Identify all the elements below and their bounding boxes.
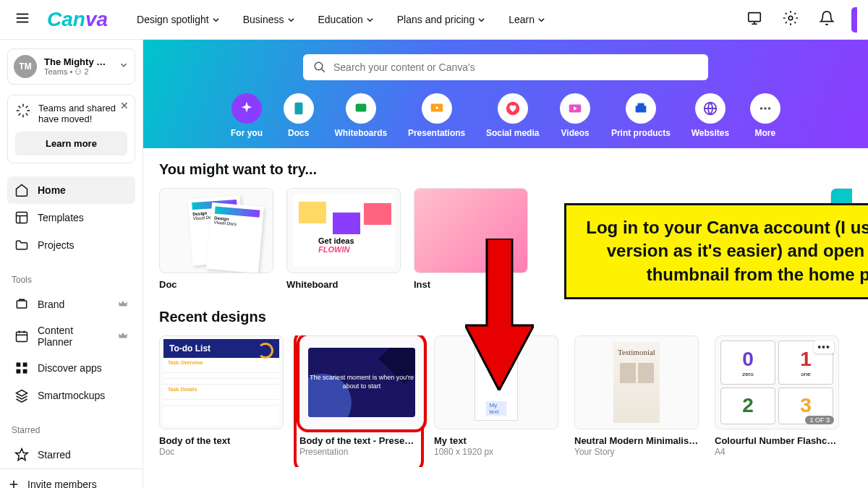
topbar-right	[743, 7, 857, 33]
cat-label: Whiteboards	[335, 128, 388, 138]
team-meta: Teams • ⚇ 2	[44, 67, 111, 77]
sidebar-item-templates[interactable]: Templates	[7, 204, 135, 231]
recent-card-presentation[interactable]: The scariest moment is when you're about…	[297, 335, 421, 467]
sidebar-section-starred: Starred	[12, 425, 131, 435]
sidebar-label: Smartmockups	[38, 390, 105, 401]
search-icon	[313, 61, 326, 74]
bell-icon[interactable]	[815, 7, 838, 33]
recent-card-todo[interactable]: To-do ListTask OverviewTask Details Body…	[159, 335, 284, 467]
search-input[interactable]	[303, 54, 708, 80]
calendar-icon	[14, 329, 29, 343]
settings-icon[interactable]	[779, 7, 802, 33]
learn-more-button[interactable]: Learn more	[15, 132, 127, 155]
plus-icon	[7, 478, 20, 488]
close-icon[interactable]: ✕	[120, 100, 129, 111]
print-icon	[626, 93, 656, 124]
nav-business[interactable]: Business	[243, 14, 295, 25]
try-card-whiteboard[interactable]: Get ideasFLOWIN Whiteboard	[286, 188, 401, 290]
try-card-doc[interactable]: DesignVisual Docs DesignVisual Docs Doc	[159, 188, 273, 290]
cat-label: Social media	[486, 128, 539, 138]
cat-label: For you	[231, 128, 263, 138]
sidebar-item-starred[interactable]: Starred	[7, 441, 135, 468]
layers-icon	[14, 388, 29, 403]
folder-icon	[14, 238, 29, 252]
sidebar-label: Content Planner	[38, 325, 109, 348]
svg-point-6	[788, 16, 793, 20]
cat-websites[interactable]: Websites	[692, 93, 729, 138]
sidebar-item-smartmockups[interactable]: Smartmockups	[7, 382, 135, 409]
whiteboard-thumb: Get ideasFLOWIN	[286, 188, 401, 273]
hero-banner: For you Docs Whiteboards Presentations S…	[143, 40, 868, 148]
invite-members-button[interactable]: Invite members	[0, 468, 142, 488]
cat-docs[interactable]: Docs	[284, 93, 314, 138]
recent-title: Body of the text - Presentation	[299, 435, 418, 446]
crown-icon	[118, 330, 128, 343]
svg-point-32	[760, 107, 763, 110]
recent-sub: Doc	[159, 447, 284, 457]
nav-label: Learn	[509, 14, 535, 25]
recent-card-story[interactable]: Testimonial Neutral Modern Minimalist Te…	[574, 335, 699, 467]
chevron-down-icon	[119, 60, 129, 73]
apps-icon	[14, 361, 29, 375]
invite-label: Invite members	[27, 479, 97, 488]
svg-point-21	[315, 62, 323, 70]
team-switcher[interactable]: TM The Mighty Word... Teams • ⚇ 2	[7, 48, 135, 85]
cat-label: Print products	[611, 128, 671, 138]
more-icon	[750, 93, 780, 124]
recent-card-flashcards[interactable]: ••• 0zero 1one 2 3 1 OF 3 Colourful Numb…	[715, 335, 839, 467]
sidebar-label: Templates	[38, 212, 84, 223]
svg-rect-16	[23, 363, 27, 367]
sidebar-item-content-planner[interactable]: Content Planner	[7, 318, 135, 354]
topbar: Canva Design spotlight Business Educatio…	[0, 0, 868, 40]
create-design-button[interactable]	[851, 7, 857, 33]
sidebar-label: Projects	[38, 239, 75, 251]
svg-rect-23	[294, 103, 302, 115]
sidebar: TM The Mighty Word... Teams • ⚇ 2 ✕ Team…	[0, 40, 143, 488]
hamburger-menu-icon[interactable]	[11, 7, 34, 33]
cat-for-you[interactable]: For you	[231, 93, 263, 138]
annotation-arrow	[465, 239, 534, 390]
cat-label: Websites	[692, 128, 729, 138]
sidebar-item-brand[interactable]: Brand	[7, 291, 135, 318]
star-icon	[14, 448, 29, 462]
nav-label: Business	[243, 14, 284, 25]
sidebar-item-discover-apps[interactable]: Discover apps	[7, 354, 135, 382]
more-icon[interactable]: •••	[814, 341, 834, 354]
svg-rect-18	[23, 369, 27, 374]
recent-title: Colourful Number Flashcards	[715, 435, 839, 446]
cat-social[interactable]: Social media	[486, 93, 539, 138]
doc-thumb: DesignVisual Docs DesignVisual Docs	[159, 188, 273, 273]
promo-card: ✕ Teams and shared have moved! Learn mor…	[7, 95, 135, 163]
heart-icon	[498, 93, 528, 124]
nav-plans[interactable]: Plans and pricing	[397, 14, 485, 25]
canva-logo[interactable]: Canva	[47, 8, 108, 31]
nav-design-spotlight[interactable]: Design spotlight	[137, 14, 220, 25]
recent-sub: A4	[715, 447, 839, 457]
sidebar-section-tools: Tools	[12, 275, 131, 285]
recent-title: Body of the text	[159, 435, 284, 446]
cat-whiteboards[interactable]: Whiteboards	[335, 93, 388, 138]
svg-rect-15	[17, 363, 21, 367]
nav-education[interactable]: Education	[318, 14, 374, 25]
svg-rect-29	[636, 106, 647, 112]
search-field[interactable]	[333, 61, 698, 73]
desktop-icon[interactable]	[743, 7, 766, 33]
svg-rect-30	[637, 103, 644, 107]
cat-videos[interactable]: Videos	[560, 93, 590, 138]
team-avatar: TM	[14, 55, 37, 78]
cat-presentations[interactable]: Presentations	[408, 93, 465, 138]
recent-title: Neutral Modern Minimalist Te...	[574, 435, 699, 446]
nav-learn[interactable]: Learn	[509, 14, 545, 25]
sidebar-item-home[interactable]: Home	[7, 176, 135, 204]
card-title: Doc	[159, 279, 273, 290]
svg-rect-24	[355, 104, 366, 112]
cat-print[interactable]: Print products	[611, 93, 671, 138]
svg-point-26	[435, 106, 438, 109]
recent-title: My text	[434, 435, 558, 446]
category-row: For you Docs Whiteboards Presentations S…	[231, 93, 780, 138]
sidebar-label: Starred	[38, 449, 71, 461]
svg-rect-10	[17, 301, 26, 308]
recent-sub: Presentation	[299, 447, 418, 457]
sidebar-item-projects[interactable]: Projects	[7, 231, 135, 259]
cat-more[interactable]: More	[750, 93, 780, 138]
